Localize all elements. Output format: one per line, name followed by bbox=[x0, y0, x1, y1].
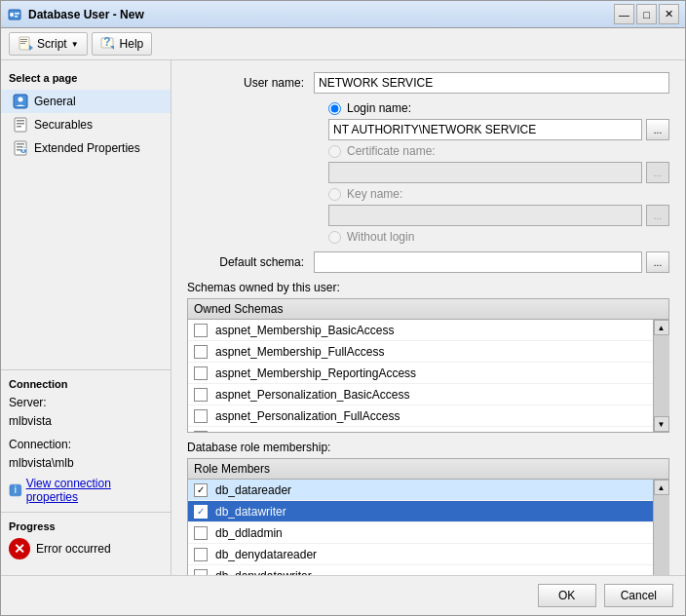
sidebar-item-extended-props[interactable]: + Extended Properties bbox=[1, 136, 171, 160]
schemas-scroll-track bbox=[654, 335, 669, 416]
schemas-section: Schemas owned by this user: Owned Schema… bbox=[187, 281, 669, 433]
ok-button[interactable]: OK bbox=[538, 584, 596, 607]
svg-rect-17 bbox=[17, 126, 21, 128]
roles-section-label: Database role membership: bbox=[187, 441, 669, 454]
certificate-name-browse-button[interactable]: ... bbox=[646, 162, 669, 183]
roles-scroll-track bbox=[654, 495, 669, 575]
role-row-5[interactable]: db_denydatawriter bbox=[188, 565, 653, 575]
schemas-scroll-up[interactable]: ▲ bbox=[654, 320, 669, 335]
script-button[interactable]: Script ▼ bbox=[9, 32, 88, 56]
svg-point-1 bbox=[10, 13, 14, 17]
script-icon bbox=[18, 36, 33, 52]
key-name-browse-button[interactable]: ... bbox=[646, 205, 669, 226]
connection-info: Server: mlbvista Connection: mlbvista\ml… bbox=[9, 394, 163, 473]
svg-text:i: i bbox=[15, 483, 18, 495]
svg-rect-15 bbox=[17, 120, 24, 122]
schema-checkbox-3[interactable] bbox=[194, 366, 208, 380]
sidebar-item-general-label: General bbox=[34, 95, 76, 108]
schema-row-5[interactable]: aspnet_Personalization_FullAccess bbox=[188, 405, 653, 427]
key-name-label: Key name: bbox=[347, 187, 402, 201]
sidebar-spacer bbox=[1, 160, 171, 369]
title-bar: Database User - New — □ ✕ bbox=[1, 1, 685, 28]
sidebar-item-general[interactable]: General bbox=[1, 90, 171, 113]
svg-rect-2 bbox=[15, 13, 19, 15]
svg-text:+: + bbox=[19, 142, 26, 156]
schema-checkbox-5[interactable] bbox=[194, 409, 208, 423]
default-schema-input[interactable] bbox=[314, 251, 642, 273]
login-name-label: Login name: bbox=[347, 101, 411, 115]
script-label: Script bbox=[37, 37, 67, 51]
schemas-scrollbar[interactable]: ▲ ▼ bbox=[653, 320, 668, 432]
server-value: mlbvista bbox=[9, 412, 163, 431]
login-name-browse-button[interactable]: ... bbox=[646, 119, 669, 140]
login-name-radio[interactable] bbox=[328, 102, 341, 115]
certificate-name-input-row: ... bbox=[187, 162, 669, 183]
key-name-input[interactable] bbox=[328, 205, 642, 226]
maximize-button[interactable]: □ bbox=[636, 4, 657, 24]
default-schema-browse-button[interactable]: ... bbox=[646, 251, 669, 273]
roles-list-content: ✓ db_datareader ✓ db_datawriter db_ddlad… bbox=[188, 480, 653, 575]
schemas-scroll-down[interactable]: ▼ bbox=[654, 416, 669, 432]
schemas-list-content: aspnet_Membership_BasicAccess aspnet_Mem… bbox=[188, 320, 653, 432]
window-title: Database User - New bbox=[28, 8, 614, 21]
connection-title: Connection bbox=[9, 378, 163, 390]
schema-checkbox-1[interactable] bbox=[194, 324, 208, 337]
roles-scrollbar[interactable]: ▲ ▼ bbox=[653, 480, 668, 575]
schema-row-4[interactable]: aspnet_Personalization_BasicAccess bbox=[188, 384, 653, 405]
help-button[interactable]: ? Help bbox=[92, 32, 153, 56]
link-icon: i bbox=[9, 483, 22, 497]
svg-text:?: ? bbox=[103, 36, 110, 49]
username-input[interactable] bbox=[314, 72, 669, 94]
login-name-input[interactable] bbox=[328, 119, 642, 140]
role-name-1: db_datareader bbox=[215, 483, 291, 497]
without-login-radio[interactable] bbox=[328, 231, 341, 244]
bottom-bar: OK Cancel bbox=[1, 575, 685, 615]
certificate-name-radio-row: Certificate name: bbox=[187, 144, 669, 158]
close-button[interactable]: ✕ bbox=[659, 4, 679, 24]
roles-scroll-up[interactable]: ▲ bbox=[654, 480, 669, 495]
role-checkbox-1[interactable]: ✓ bbox=[194, 483, 208, 497]
role-checkbox-4[interactable] bbox=[194, 548, 208, 561]
schemas-list-header: Owned Schemas bbox=[188, 299, 668, 320]
schema-checkbox-6[interactable] bbox=[194, 431, 208, 433]
svg-rect-3 bbox=[15, 16, 18, 18]
cancel-button[interactable]: Cancel bbox=[604, 584, 673, 607]
schema-checkbox-4[interactable] bbox=[194, 388, 208, 402]
help-label: Help bbox=[120, 37, 144, 51]
help-icon: ? bbox=[100, 36, 116, 52]
securables-icon bbox=[13, 117, 28, 133]
schema-name-1: aspnet_Membership_BasicAccess bbox=[215, 324, 394, 337]
title-controls: — □ ✕ bbox=[614, 4, 679, 24]
schema-row-3[interactable]: aspnet_Membership_ReportingAccess bbox=[188, 363, 653, 384]
schema-row-2[interactable]: aspnet_Membership_FullAccess bbox=[188, 341, 653, 363]
sidebar-header: Select a page bbox=[1, 68, 171, 90]
view-connection-label: View connection properties bbox=[26, 477, 163, 504]
sidebar-item-securables-label: Securables bbox=[34, 118, 93, 132]
role-checkbox-3[interactable] bbox=[194, 526, 208, 540]
schema-row-6[interactable]: aspnet_Personalization_ReportingAccess bbox=[188, 427, 653, 432]
schema-name-2: aspnet_Membership_FullAccess bbox=[215, 345, 384, 359]
username-label: User name: bbox=[187, 76, 314, 90]
progress-title: Progress bbox=[9, 520, 163, 532]
certificate-name-input[interactable] bbox=[328, 162, 642, 183]
role-row-2[interactable]: ✓ db_datawriter bbox=[188, 501, 653, 522]
role-row-1[interactable]: ✓ db_datareader bbox=[188, 480, 653, 501]
certificate-name-radio[interactable] bbox=[328, 145, 341, 158]
role-checkbox-2[interactable]: ✓ bbox=[194, 505, 208, 519]
view-connection-link[interactable]: i View connection properties bbox=[9, 477, 163, 504]
role-row-4[interactable]: db_denydatareader bbox=[188, 544, 653, 565]
connection-label: Connection: bbox=[9, 436, 163, 454]
extended-props-icon: + bbox=[13, 140, 28, 156]
sidebar-item-extended-props-label: Extended Properties bbox=[34, 141, 140, 155]
login-name-field: ... bbox=[328, 119, 669, 140]
script-dropdown-arrow: ▼ bbox=[71, 40, 79, 49]
roles-scrollbar-container: ✓ db_datareader ✓ db_datawriter db_ddlad… bbox=[188, 480, 668, 575]
sidebar-item-securables[interactable]: Securables bbox=[1, 113, 171, 136]
role-row-3[interactable]: db_ddladmin bbox=[188, 522, 653, 544]
schema-row-1[interactable]: aspnet_Membership_BasicAccess bbox=[188, 320, 653, 341]
minimize-button[interactable]: — bbox=[614, 4, 634, 24]
username-row: User name: bbox=[187, 72, 669, 94]
schema-checkbox-2[interactable] bbox=[194, 345, 208, 359]
key-name-radio[interactable] bbox=[328, 188, 341, 201]
role-name-3: db_ddladmin bbox=[215, 526, 283, 540]
